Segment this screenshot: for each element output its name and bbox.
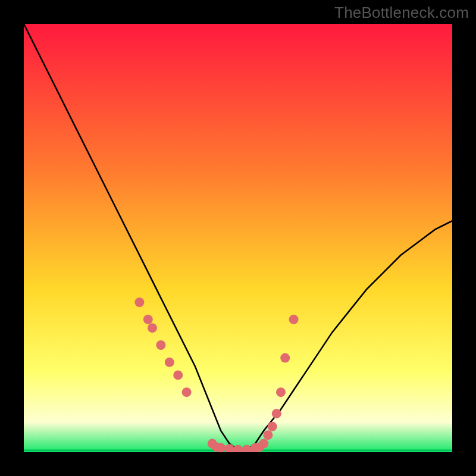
- plot-svg: [24, 24, 452, 452]
- sample-dot: [259, 439, 268, 449]
- gradient-bg: [24, 24, 452, 452]
- watermark-text: TheBottleneck.com: [334, 4, 469, 22]
- sample-dot: [276, 387, 286, 397]
- sample-dot: [182, 387, 192, 397]
- sample-dot: [263, 430, 273, 440]
- sample-dot: [272, 409, 281, 418]
- sample-dot: [289, 315, 299, 324]
- sample-dot: [165, 358, 174, 367]
- sample-dot: [268, 422, 277, 431]
- sample-dot: [143, 315, 153, 324]
- sample-dot: [156, 340, 165, 350]
- chart-frame: TheBottleneck.com: [0, 0, 476, 476]
- sample-dot: [173, 370, 183, 380]
- plot-area: [24, 24, 452, 452]
- sample-dot: [134, 298, 144, 307]
- sample-dot: [280, 353, 290, 363]
- sample-dot: [148, 323, 157, 333]
